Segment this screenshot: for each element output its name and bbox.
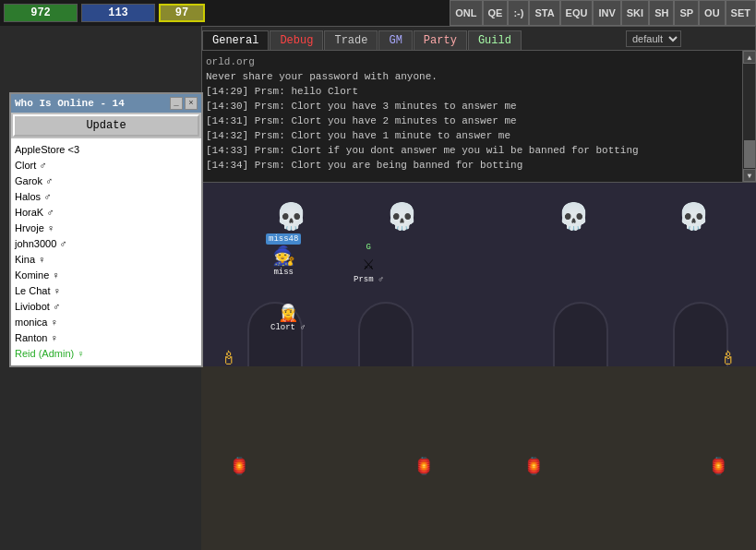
chat-scrollbar[interactable]: ▲ ▼ [742,51,755,182]
skeleton-right: 💀 [678,201,710,233]
torch-bottom-mid-left: 🏮 [414,456,434,476]
who-player-item: AppleStore <3 [15,142,198,158]
tab-party[interactable]: Party [414,30,467,50]
arch-mid-left [358,302,414,376]
minimize-button[interactable]: _ [170,97,183,110]
who-player-item: Halos ♂ [15,189,198,205]
hp-bar: 972 [4,4,78,22]
torch-right: 🕯 [719,348,738,370]
torch-left: 🕯 [220,348,238,370]
who-player-item: Garok ♂ [15,173,198,189]
who-player-item: HoraK ♂ [15,205,198,221]
nav-btn-equ[interactable]: EQU [560,0,594,26]
stat-bars: 972 113 97 [4,3,205,23]
nav-btn-onl[interactable]: ONL [450,0,482,26]
close-button[interactable]: × [185,97,198,110]
warning-message: Never share your password with anyone. [206,69,737,84]
who-update-area: Update [11,113,201,138]
chat-message: [14:30] Prsm: Clort you have 3 minutes t… [206,99,737,114]
tab-gm[interactable]: GM [378,30,412,50]
who-player-item: Hrvoje ♀ [15,221,198,236]
scroll-up-arrow[interactable]: ▲ [743,51,756,64]
tab-general[interactable]: General [202,30,269,50]
who-player-item: monica ♀ [15,315,198,330]
who-title: Who Is Online - 14 [15,98,125,109]
dungeon-floor: 🕯 🕯 🏮 🏮 🏮 🏮 [201,366,756,550]
chat-message: [14:33] Prsm: Clort if you dont answer m… [206,143,737,158]
who-player-item: Le Chat ♀ [15,283,198,299]
who-player-item: Reid (Admin) ♀ [15,346,198,362]
nav-btn-ski[interactable]: SKI [621,0,649,26]
top-bar: 972 113 97 ONLQE:-)STAEQUINVSKISHSPOUSET [0,0,756,26]
who-player-item: Ranton ♀ [15,330,198,346]
dungeon-area: 💀 💀 💀 💀 🕯 🕯 🏮 🏮 🏮 🏮 miss48 🧙 miss G ⚔ [201,183,756,550]
chat-message: [14:29] Prsm: hello Clort [206,84,737,99]
tab-debug[interactable]: Debug [270,30,323,50]
who-window-controls: _ × [170,97,198,110]
scroll-down-arrow[interactable]: ▼ [743,169,756,182]
xp-bar: 97 [159,4,205,22]
torch-bottom-right: 🏮 [708,456,728,476]
nav-btn-sta[interactable]: STA [529,0,559,26]
update-button[interactable]: Update [13,114,199,137]
nav-btn-sp[interactable]: SP [674,0,699,26]
chat-message-list: [14:29] Prsm: hello Clort[14:30] Prsm: C… [206,84,737,173]
who-player-item: Kina ♀ [15,252,198,268]
who-title-bar: Who Is Online - 14 _ × [11,94,201,113]
tab-trade[interactable]: Trade [324,30,378,50]
skeleton-mid-right: 💀 [558,201,590,233]
nav-btn-ou[interactable]: OU [699,0,726,26]
player-clort: 🧝 Clort ♂ [270,303,306,332]
chat-message: [14:31] Prsm: Clort you have 2 minutes t… [206,114,737,128]
arch-mid-right [553,302,608,376]
dungeon-wall: 💀 💀 💀 💀 [201,183,756,385]
nav-btn-sh[interactable]: SH [649,0,674,26]
chat-tabs: General Debug Trade GM Party Guild defau… [202,27,755,51]
server-select[interactable]: default [626,30,681,47]
player-prsm: G ⚔️ Prsm ♂ [354,243,383,284]
nav-btn-inv[interactable]: INV [593,0,620,26]
torch-bottom-left: 🏮 [229,456,249,476]
nav-btn-:-)[interactable]: :-) [508,0,529,26]
who-list: AppleStore <3Clort ♂Garok ♂Halos ♂HoraK … [11,138,201,365]
skeleton-mid-left: 💀 [386,201,418,233]
server-url: orld.org [206,54,737,69]
chat-server-selector[interactable]: default [626,27,681,51]
tab-guild[interactable]: Guild [468,30,522,50]
who-player-item: Komine ♀ [15,268,198,283]
torch-bottom-mid-right: 🏮 [523,456,544,476]
nav-btn-set[interactable]: SET [726,0,756,26]
chat-panel: General Debug Trade GM Party Guild defau… [201,26,756,183]
chat-message: [14:34] Prsm: Clort you are being banned… [206,158,737,173]
skeleton-left: 💀 [275,201,307,233]
chat-messages: orld.org Never share your password with … [202,51,755,176]
nav-btn-qe[interactable]: QE [483,0,509,26]
scroll-thumb[interactable] [744,140,755,168]
chat-message: [14:32] Prsm: Clort you have 1 minute to… [206,128,737,143]
player-miss: miss48 🧙 miss [266,233,301,277]
nav-buttons: ONLQE:-)STAEQUINVSKISHSPOUSET [450,0,756,26]
who-player-item: john3000 ♂ [15,236,198,252]
who-player-item: Clort ♂ [15,158,198,173]
who-online-panel: Who Is Online - 14 _ × Update AppleStore… [9,92,203,367]
mp-bar: 113 [81,4,155,22]
who-player-item: Liviobot ♂ [15,299,198,315]
